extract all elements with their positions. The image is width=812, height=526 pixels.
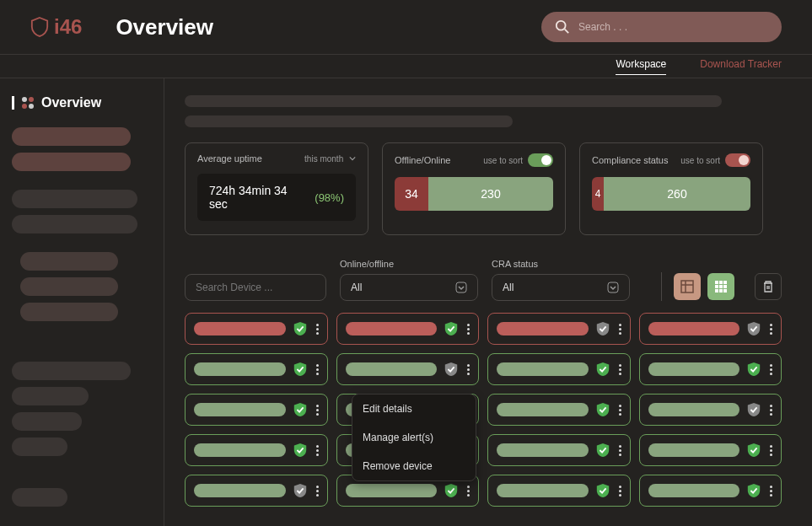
online-count: 230 bbox=[428, 177, 553, 211]
device-card[interactable] bbox=[185, 475, 328, 507]
device-card[interactable] bbox=[487, 353, 631, 385]
delete-button[interactable] bbox=[755, 273, 782, 300]
filter-label: CRA status bbox=[492, 259, 630, 269]
device-menu-button[interactable] bbox=[617, 364, 623, 375]
svg-rect-13 bbox=[715, 281, 718, 284]
device-card[interactable] bbox=[185, 313, 328, 345]
device-menu-button[interactable] bbox=[617, 486, 623, 496]
brand-logo[interactable]: i46 bbox=[30, 15, 82, 39]
device-menu-button[interactable] bbox=[315, 405, 320, 416]
device-card[interactable] bbox=[185, 434, 328, 466]
menu-manage-alerts[interactable]: Manage alert(s) bbox=[352, 423, 476, 452]
sidebar-active-indicator bbox=[12, 96, 14, 110]
device-name-placeholder bbox=[497, 322, 589, 335]
device-search-input[interactable] bbox=[196, 282, 322, 293]
shield-check-icon bbox=[746, 362, 761, 377]
sidebar-item[interactable] bbox=[12, 215, 137, 233]
svg-line-1 bbox=[565, 30, 569, 34]
trash-icon bbox=[761, 280, 775, 293]
device-card[interactable] bbox=[185, 353, 328, 385]
global-search-input[interactable] bbox=[578, 21, 768, 33]
device-card[interactable] bbox=[487, 313, 631, 345]
sidebar-item[interactable] bbox=[12, 412, 82, 431]
list-view-button[interactable] bbox=[674, 273, 701, 300]
sidebar-item[interactable] bbox=[12, 488, 67, 507]
device-menu-button[interactable] bbox=[465, 486, 471, 496]
device-menu-button[interactable] bbox=[768, 405, 774, 416]
sidebar-item[interactable] bbox=[12, 190, 137, 208]
sidebar-item[interactable] bbox=[12, 362, 131, 380]
sidebar-item[interactable] bbox=[12, 437, 67, 456]
device-menu-button[interactable] bbox=[315, 324, 320, 335]
uptime-value: 724h 34min 34 sec bbox=[209, 184, 306, 211]
grid-view-button[interactable] bbox=[707, 273, 734, 300]
card-title: Offline/Online bbox=[395, 155, 450, 165]
shield-check-icon bbox=[293, 402, 308, 417]
card-title: Average uptime bbox=[197, 153, 262, 164]
sidebar: Overview bbox=[0, 78, 164, 526]
card-period[interactable]: this month bbox=[304, 154, 356, 164]
device-name-placeholder bbox=[648, 484, 740, 497]
cra-filter-dropdown[interactable]: All bbox=[492, 274, 630, 301]
shield-icon bbox=[30, 17, 49, 37]
device-search[interactable] bbox=[185, 274, 326, 301]
device-name-placeholder bbox=[194, 322, 286, 335]
list-icon bbox=[680, 279, 695, 294]
svg-rect-9 bbox=[608, 282, 618, 293]
filter-label: Online/offline bbox=[340, 259, 478, 269]
menu-remove-device[interactable]: Remove device bbox=[352, 452, 476, 480]
chevron-down-icon bbox=[349, 155, 356, 162]
sidebar-item[interactable] bbox=[20, 277, 118, 296]
device-name-placeholder bbox=[648, 322, 740, 335]
svg-rect-15 bbox=[723, 281, 727, 284]
device-menu-button[interactable] bbox=[465, 324, 471, 335]
device-card[interactable] bbox=[336, 313, 480, 345]
device-card[interactable] bbox=[639, 353, 782, 385]
device-card[interactable] bbox=[487, 434, 631, 466]
device-menu-button[interactable] bbox=[465, 364, 471, 375]
uptime-percent: (98%) bbox=[315, 191, 344, 204]
menu-edit-details[interactable]: Edit details bbox=[352, 394, 476, 423]
device-menu-button[interactable] bbox=[315, 364, 320, 375]
content: Average uptime this month 724h 34min 34 … bbox=[164, 78, 812, 526]
card-offline-online: Offline/Online use to sort 34 230 bbox=[382, 142, 566, 235]
tab-download-tracker[interactable]: Download Tracker bbox=[700, 58, 782, 74]
sidebar-item[interactable] bbox=[12, 127, 131, 146]
device-menu-button[interactable] bbox=[768, 324, 774, 335]
device-name-placeholder bbox=[346, 362, 438, 376]
sort-toggle[interactable] bbox=[528, 153, 553, 167]
card-average-uptime: Average uptime this month 724h 34min 34 … bbox=[185, 142, 368, 235]
device-card[interactable] bbox=[639, 475, 782, 507]
svg-rect-10 bbox=[681, 281, 693, 293]
device-menu-button[interactable] bbox=[617, 445, 623, 456]
device-menu-button[interactable] bbox=[315, 486, 320, 496]
shield-check-icon bbox=[293, 321, 308, 336]
device-card[interactable] bbox=[639, 394, 782, 426]
svg-point-0 bbox=[557, 21, 566, 30]
shield-check-icon bbox=[746, 483, 761, 498]
device-card[interactable] bbox=[185, 394, 328, 426]
device-card[interactable] bbox=[639, 313, 782, 345]
device-menu-button[interactable] bbox=[768, 364, 774, 375]
device-name-placeholder bbox=[497, 362, 589, 376]
device-menu-button[interactable] bbox=[768, 445, 774, 456]
sort-toggle[interactable] bbox=[725, 153, 750, 167]
device-menu-button[interactable] bbox=[617, 405, 623, 416]
sidebar-item[interactable] bbox=[12, 387, 89, 405]
device-name-placeholder bbox=[648, 443, 740, 457]
device-menu-button[interactable] bbox=[768, 486, 774, 496]
device-card[interactable] bbox=[487, 394, 631, 426]
device-card[interactable] bbox=[336, 353, 480, 385]
sidebar-item[interactable] bbox=[20, 303, 118, 321]
sidebar-heading[interactable]: Overview bbox=[12, 95, 152, 110]
sidebar-item[interactable] bbox=[12, 153, 131, 171]
sidebar-item[interactable] bbox=[20, 252, 118, 271]
svg-point-5 bbox=[29, 104, 34, 109]
device-card[interactable] bbox=[487, 475, 631, 507]
device-menu-button[interactable] bbox=[315, 445, 320, 456]
tab-workspace[interactable]: Workspace bbox=[616, 58, 666, 75]
global-search[interactable] bbox=[541, 12, 782, 42]
device-menu-button[interactable] bbox=[617, 324, 623, 335]
device-card[interactable] bbox=[639, 434, 782, 466]
online-filter-dropdown[interactable]: All bbox=[340, 274, 478, 301]
